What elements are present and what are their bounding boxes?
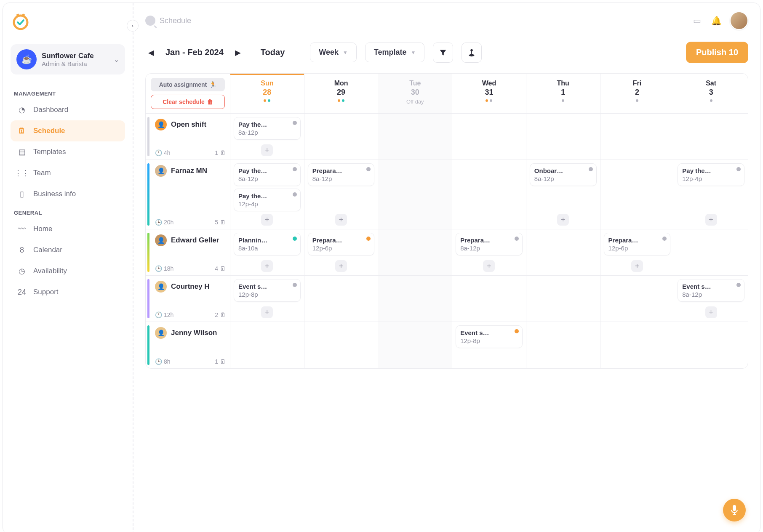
day-header[interactable]: Wed 31 [452, 74, 526, 113]
schedule-cell[interactable]: Event s… 8a-12p+ [674, 276, 748, 322]
schedule-cell[interactable] [674, 114, 748, 160]
user-avatar[interactable] [730, 11, 748, 30]
schedule-cell[interactable] [600, 160, 674, 229]
add-shift-button[interactable]: + [631, 260, 643, 272]
shift-card[interactable]: Prepara… 12p-6p [604, 233, 671, 255]
template-dropdown[interactable]: Template ▼ [365, 43, 425, 62]
voice-fab[interactable] [723, 499, 746, 521]
day-header[interactable]: Mon 29 [304, 74, 378, 113]
schedule-cell[interactable]: Event s… 12p-8p [452, 322, 526, 368]
add-shift-button[interactable]: + [557, 214, 569, 226]
sidebar-item-support[interactable]: 24Support [11, 282, 125, 303]
view-dropdown[interactable]: Week ▼ [310, 43, 357, 62]
schedule-cell[interactable] [600, 322, 674, 368]
joystick-button[interactable] [462, 43, 482, 63]
schedule-cell[interactable] [526, 322, 600, 368]
bell-icon[interactable]: 🔔 [710, 15, 722, 27]
schedule-cell[interactable] [526, 229, 600, 275]
schedule-cell[interactable] [452, 160, 526, 229]
schedule-cell[interactable]: Pay the… 8a-12p+ [230, 114, 304, 160]
sidebar-item-business[interactable]: ▯Business info [11, 184, 125, 205]
schedule-row: 👤 Farnaz MN 🕒20h 5🗓 Pay the… 8a-12p Pay … [146, 160, 748, 229]
shift-card[interactable]: Pay the… 12p-4p [234, 189, 301, 211]
add-shift-button[interactable]: + [705, 214, 717, 226]
shift-card[interactable]: Event s… 12p-8p [234, 279, 301, 302]
schedule-cell[interactable] [304, 276, 378, 322]
schedule-cell[interactable]: Event s… 12p-8p+ [230, 276, 304, 322]
shift-count-stat: 1🗓 [215, 358, 226, 365]
prev-period-button[interactable]: ◀ [145, 47, 157, 59]
schedule-cell[interactable]: Prepara… 12p-6p+ [304, 229, 378, 275]
add-shift-button[interactable]: + [261, 260, 273, 272]
schedule-cell[interactable]: Pay the… 12p-4p+ [674, 160, 748, 229]
shift-card[interactable]: Event s… 8a-12p [678, 279, 744, 302]
sidebar-item-dashboard[interactable]: ◔Dashboard [11, 99, 125, 120]
shift-card[interactable]: Pay the… 8a-12p [234, 117, 301, 140]
sidebar-item-schedule[interactable]: 🗓Schedule [11, 120, 125, 141]
day-header[interactable]: Sat 3 [674, 74, 748, 113]
chat-icon[interactable]: ▭ [691, 15, 703, 27]
shift-card[interactable]: Pay the… 12p-4p [678, 163, 744, 186]
schedule-cell[interactable] [526, 276, 600, 322]
add-shift-button[interactable]: + [261, 144, 273, 156]
schedule-cell[interactable] [378, 322, 452, 368]
schedule-cell[interactable] [674, 229, 748, 275]
sidebar-item-availability[interactable]: ◷Availability [11, 261, 125, 282]
shift-card[interactable]: Prepara… 12p-6p [308, 233, 375, 255]
status-dot [710, 99, 712, 102]
schedule-cell[interactable]: Pay the… 8a-12p Pay the… 12p-4p+ [230, 160, 304, 229]
shift-card[interactable]: Event s… 12p-8p [456, 325, 523, 348]
sidebar-item-calendar[interactable]: 8Calendar [11, 239, 125, 261]
add-shift-button[interactable]: + [705, 306, 717, 318]
hours-stat: 🕒18h [155, 265, 173, 272]
schedule-cell[interactable]: Prepara… 8a-12p+ [452, 229, 526, 275]
schedule-cell[interactable] [526, 114, 600, 160]
schedule-cell[interactable] [452, 276, 526, 322]
add-shift-button[interactable]: + [335, 260, 347, 272]
schedule-cell[interactable] [378, 276, 452, 322]
schedule-cell[interactable] [600, 114, 674, 160]
shift-card[interactable]: Pay the… 8a-12p [234, 163, 301, 186]
clear-schedule-button[interactable]: Clear schedule 🗑 [151, 95, 225, 109]
shift-status-dot [515, 237, 519, 241]
auto-assignment-button[interactable]: Auto assignment 🏃 [151, 78, 225, 91]
schedule-cell[interactable]: Plannin… 8a-10a+ [230, 229, 304, 275]
add-shift-button[interactable]: + [483, 260, 495, 272]
schedule-cell[interactable] [230, 322, 304, 368]
add-shift-button[interactable]: + [261, 306, 273, 318]
sidebar-item-home[interactable]: 〰Home [11, 218, 125, 239]
person-avatar: 👤 [155, 327, 167, 339]
add-shift-button[interactable]: + [261, 214, 273, 226]
schedule-cell[interactable] [600, 276, 674, 322]
schedule-cell[interactable]: Onboar… 8a-12p+ [526, 160, 600, 229]
schedule-cell[interactable] [304, 114, 378, 160]
schedule-cell[interactable] [378, 229, 452, 275]
publish-button[interactable]: Publish 10 [686, 42, 748, 63]
schedule-cell[interactable]: Prepara… 12p-6p+ [600, 229, 674, 275]
main: Schedule ▭ 🔔 ◀ Jan - Feb 2024 ▶ Today We… [133, 3, 760, 532]
day-header[interactable]: Fri 2 [600, 74, 674, 113]
shift-card[interactable]: Prepara… 8a-12p [456, 233, 523, 255]
shift-card[interactable]: Onboar… 8a-12p [530, 163, 597, 186]
shift-title: Pay the… [238, 192, 296, 200]
day-header[interactable]: Sun 28 [230, 74, 304, 113]
schedule-cell[interactable] [452, 114, 526, 160]
workspace-switcher[interactable]: ☕ Sunflower Cafe Admin & Barista ⌄ [11, 44, 125, 74]
schedule-cell[interactable] [378, 114, 452, 160]
shift-card[interactable]: Prepara… 8a-12p [308, 163, 375, 186]
schedule-cell[interactable] [378, 160, 452, 229]
schedule-cell[interactable]: Prepara… 8a-12p+ [304, 160, 378, 229]
day-header[interactable]: Tue 30 Off day [378, 74, 452, 113]
next-period-button[interactable]: ▶ [232, 47, 244, 59]
schedule-cell[interactable] [674, 322, 748, 368]
today-button[interactable]: Today [261, 48, 285, 57]
search[interactable]: Schedule [145, 16, 684, 26]
filter-button[interactable] [433, 43, 453, 63]
sidebar-collapse-button[interactable]: ‹ [127, 20, 139, 32]
sidebar-item-templates[interactable]: ▤Templates [11, 141, 125, 162]
day-header[interactable]: Thu 1 [526, 74, 600, 113]
sidebar-item-team[interactable]: ⋮⋮Team [11, 162, 125, 184]
schedule-cell[interactable] [304, 322, 378, 368]
add-shift-button[interactable]: + [335, 214, 347, 226]
shift-card[interactable]: Plannin… 8a-10a [234, 233, 301, 255]
